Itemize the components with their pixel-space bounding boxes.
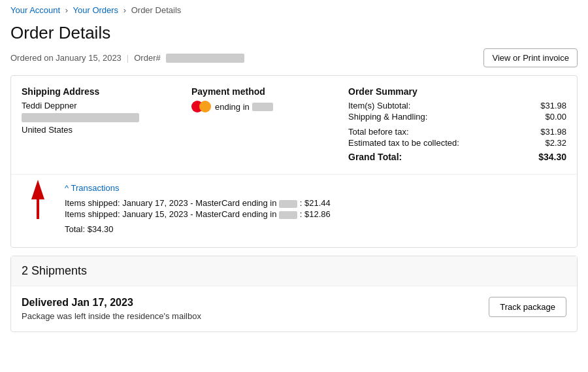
address-redacted bbox=[22, 113, 139, 122]
summary-tax-row: Estimated tax to be collected: $2.32 bbox=[348, 138, 566, 148]
delivery-title: Delivered Jan 17, 2023 bbox=[22, 297, 201, 309]
tx1-amount: : $21.44 bbox=[300, 198, 331, 208]
order-summary-title: Order Summary bbox=[348, 86, 566, 97]
transactions-toggle[interactable]: ^ Transactions bbox=[65, 183, 119, 193]
breadcrumb-order-details: Order Details bbox=[131, 5, 182, 15]
page-title: Order Details bbox=[0, 20, 588, 46]
summary-shipping-row: Shipping & Handling: $0.00 bbox=[348, 112, 566, 122]
transaction-item-2: Items shipped: January 15, 2023 - Master… bbox=[65, 209, 566, 219]
total-before-label: Total before tax: bbox=[348, 127, 409, 137]
ending-in-label: ending in bbox=[215, 102, 250, 112]
payment-row: ending in bbox=[191, 101, 322, 112]
breadcrumb: Your Account › Your Orders › Order Detai… bbox=[0, 0, 588, 20]
shipping-label: Shipping & Handling: bbox=[348, 112, 427, 122]
estimated-tax-value: $2.32 bbox=[545, 138, 566, 148]
shipping-value: $0.00 bbox=[545, 112, 566, 122]
tx1-card-redacted bbox=[279, 200, 297, 208]
card-number-redacted bbox=[252, 103, 273, 111]
ordered-on-text: Ordered on January 15, 2023 bbox=[10, 53, 122, 63]
track-package-button[interactable]: Track package bbox=[489, 297, 566, 317]
grand-total-value: $34.30 bbox=[538, 152, 566, 162]
tx2-amount: : $12.86 bbox=[300, 209, 331, 219]
main-card: Shipping Address Teddi Deppner United St… bbox=[10, 75, 578, 248]
breadcrumb-sep-1: › bbox=[65, 5, 68, 15]
print-invoice-button[interactable]: View or Print invoice bbox=[483, 48, 578, 67]
meta-divider: | bbox=[127, 53, 129, 63]
order-hash-label: Order# bbox=[134, 53, 160, 63]
grand-total-label: Grand Total: bbox=[348, 152, 402, 162]
customer-name: Teddi Deppner bbox=[22, 101, 165, 110]
transactions-section: ^ Transactions Items shipped: January 17… bbox=[11, 175, 577, 247]
tx2-card-redacted bbox=[279, 211, 297, 219]
breadcrumb-your-orders[interactable]: Your Orders bbox=[73, 5, 119, 15]
transactions-total: Total: $34.30 bbox=[65, 224, 566, 234]
shipping-section: Shipping Address Teddi Deppner United St… bbox=[22, 86, 165, 163]
payment-section: Payment method ending in bbox=[191, 86, 322, 163]
total-before-value: $31.98 bbox=[540, 127, 566, 137]
transactions-content: Items shipped: January 17, 2023 - Master… bbox=[65, 198, 566, 234]
payment-title: Payment method bbox=[191, 86, 322, 97]
summary-subtotal-row: Item(s) Subtotal: $31.98 bbox=[348, 101, 566, 110]
transaction-item-1: Items shipped: January 17, 2023 - Master… bbox=[65, 198, 566, 208]
tx2-prefix: Items shipped: January 15, 2023 - Master… bbox=[65, 209, 276, 219]
estimated-tax-label: Estimated tax to be collected: bbox=[348, 138, 459, 148]
shipment-detail-1: Delivered Jan 17, 2023 Package was left … bbox=[11, 286, 577, 331]
shipping-title: Shipping Address bbox=[22, 86, 165, 97]
red-arrow-icon bbox=[22, 180, 54, 219]
summary-grand-total-row: Grand Total: $34.30 bbox=[348, 150, 566, 162]
country: United States bbox=[22, 125, 165, 135]
shipments-card: 2 Shipments Delivered Jan 17, 2023 Packa… bbox=[10, 256, 578, 332]
subtotal-value: $31.98 bbox=[540, 101, 566, 110]
transactions-total-label: Total: bbox=[65, 224, 85, 234]
order-summary-section: Order Summary Item(s) Subtotal: $31.98 S… bbox=[348, 86, 566, 163]
summary-total-before-row: Total before tax: $31.98 bbox=[348, 124, 566, 137]
delivery-note: Package was left inside the residence's … bbox=[22, 311, 201, 321]
transactions-total-value: $34.30 bbox=[88, 224, 114, 234]
mc-orange-circle bbox=[199, 101, 211, 112]
order-number-redacted bbox=[166, 54, 244, 63]
info-row: Shipping Address Teddi Deppner United St… bbox=[11, 76, 577, 175]
mastercard-icon bbox=[191, 101, 211, 112]
shipments-header: 2 Shipments bbox=[11, 256, 577, 286]
subtotal-label: Item(s) Subtotal: bbox=[348, 101, 410, 110]
svg-marker-0 bbox=[31, 180, 44, 219]
breadcrumb-sep-2: › bbox=[123, 5, 126, 15]
shipments-title: 2 Shipments bbox=[22, 264, 566, 278]
tx1-prefix: Items shipped: January 17, 2023 - Master… bbox=[65, 198, 276, 208]
order-meta-bar: Ordered on January 15, 2023 | Order# Vie… bbox=[0, 46, 588, 75]
card-ending: ending in bbox=[215, 102, 273, 112]
breadcrumb-your-account[interactable]: Your Account bbox=[10, 5, 60, 15]
shipment-info: Delivered Jan 17, 2023 Package was left … bbox=[22, 297, 201, 321]
